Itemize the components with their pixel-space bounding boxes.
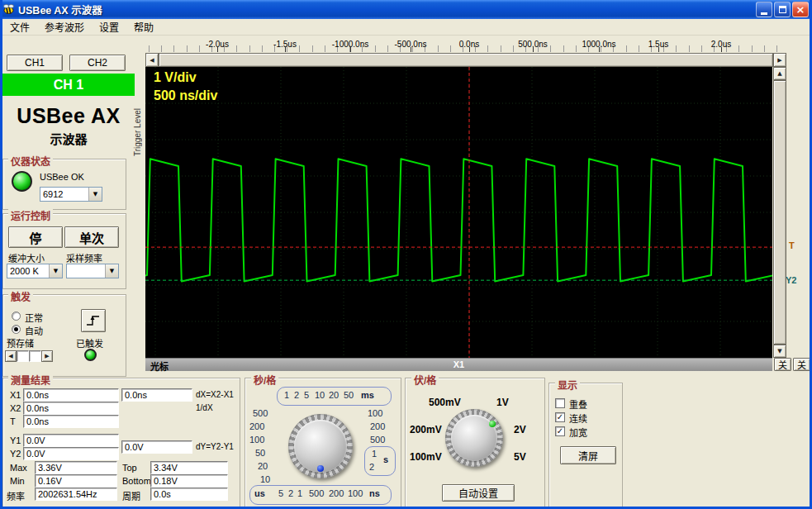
timebase-knob[interactable]	[288, 414, 353, 478]
cursor-x1-label[interactable]: X1	[145, 359, 772, 369]
tick-mark	[411, 47, 411, 52]
inv-dx-label: 1/dX	[196, 403, 213, 412]
timebase-scale-value: 500	[309, 488, 324, 498]
clear-screen-button[interactable]: 清屏	[560, 446, 616, 464]
close-button[interactable]: ×	[792, 2, 809, 17]
menu-bar: 文件 参考波形 设置 帮助	[2, 19, 810, 36]
rising-edge-icon	[85, 313, 102, 328]
t-label: T	[10, 416, 16, 426]
min-label: Min	[10, 476, 25, 486]
menu-reference-waveform[interactable]: 参考波形	[37, 20, 92, 34]
tick-mark	[217, 47, 218, 52]
single-shot-button[interactable]: 单次	[64, 226, 119, 248]
dy-label: dY=Y2-Y1	[196, 442, 234, 451]
close-icon: ×	[796, 4, 805, 15]
frequency-value: 2002631.54Hz	[35, 488, 117, 501]
overlay-label[interactable]: 重叠	[569, 397, 587, 411]
display-group-title: 显示	[555, 378, 580, 392]
trigger-auto-radio[interactable]	[12, 325, 21, 334]
sample-rate-select[interactable]: ▼	[66, 264, 119, 278]
tick-mark	[469, 47, 470, 52]
timebase-scale-value: 2	[369, 462, 374, 472]
volts-knob[interactable]	[445, 409, 503, 467]
stop-button[interactable]: 停	[8, 226, 63, 248]
status-text: USBee OK	[40, 172, 84, 182]
dx-value: 0.0ns	[121, 388, 192, 402]
tick-mark	[533, 47, 534, 52]
buffer-size-label: 缓冲大小	[8, 251, 45, 264]
maximize-button[interactable]	[774, 2, 791, 17]
channel-2-button[interactable]: CH2	[69, 55, 126, 71]
scroll-up-icon[interactable]: ▲	[773, 67, 786, 80]
top-value: 3.34V	[150, 461, 228, 474]
widen-label[interactable]: 加宽	[569, 426, 587, 439]
prestore-scrollbar[interactable]: ◀ ▶	[5, 350, 53, 362]
continuous-checkbox[interactable]: ✓	[555, 412, 565, 422]
sample-rate-label: 采样频率	[66, 251, 102, 264]
horizontal-scrollbar[interactable]: ◀ ▶	[145, 53, 786, 67]
scroll-right-icon[interactable]: ▶	[773, 53, 786, 67]
trigger-level-marker[interactable]: T	[789, 240, 795, 250]
device-select[interactable]: 6912 ▼	[40, 187, 102, 202]
volts-per-div-readout: 1 V/div	[154, 70, 197, 85]
trigger-normal-radio[interactable]	[12, 312, 21, 321]
menu-settings[interactable]: 设置	[92, 20, 126, 34]
trigger-normal-label[interactable]: 正常	[25, 311, 43, 324]
y2-cursor-marker[interactable]: Y2	[786, 275, 796, 285]
timebase-scale-value: 50	[255, 448, 265, 458]
time-per-div-readout: 500 ns/div	[154, 88, 217, 103]
auto-setup-button[interactable]: 自动设置	[442, 484, 515, 502]
max-value: 3.36V	[35, 461, 117, 474]
frequency-label: 频率	[7, 489, 25, 502]
horizontal-scrollbar-thumb[interactable]	[159, 53, 773, 67]
continuous-label[interactable]: 连续	[569, 411, 587, 425]
status-led	[12, 171, 32, 192]
menu-help[interactable]: 帮助	[126, 20, 161, 34]
trigger-group-title: 触发	[8, 289, 33, 303]
timebase-scale-value: 500	[370, 435, 385, 445]
buffer-size-select[interactable]: 2000 K ▼	[7, 264, 63, 278]
waveform-svg	[145, 67, 772, 358]
scale-5v-label: 5V	[514, 451, 526, 463]
timebase-scale-value: 50	[344, 390, 354, 400]
scope-display[interactable]: 1 V/div 500 ns/div	[145, 67, 772, 358]
scale-1v-label: 1V	[496, 397, 509, 408]
cursor-close-left-button[interactable]: 关	[774, 358, 791, 371]
scale-100mv-label: 100mV	[410, 451, 442, 463]
overlay-checkbox[interactable]: ✓	[555, 398, 565, 408]
channel-1-button[interactable]: CH1	[7, 55, 63, 71]
period-label: 周期	[122, 489, 140, 502]
tick-mark	[350, 47, 351, 52]
arrow-right-icon[interactable]: ▶	[41, 350, 53, 362]
x1-value: 0.0ns	[23, 388, 119, 402]
timebase-scale-value: 200	[370, 421, 385, 431]
max-label: Max	[10, 463, 27, 473]
sample-rate-value	[67, 264, 105, 278]
chevron-down-icon[interactable]: ▼	[49, 264, 62, 278]
bottom-label: Bottom	[122, 476, 151, 486]
menu-file[interactable]: 文件	[2, 20, 37, 34]
buffer-size-value: 2000 K	[7, 264, 49, 278]
trigger-level-label: Trigger Level	[133, 74, 144, 190]
status-group-title: 仪器状态	[8, 154, 53, 168]
us-unit-label: us	[254, 488, 265, 498]
scale-2v-label: 2V	[514, 424, 526, 435]
timebase-scale-value: 200	[249, 421, 264, 431]
timebase-scale-value: 20	[258, 461, 268, 471]
vertical-scrollbar-thumb[interactable]	[773, 80, 786, 345]
trigger-edge-button[interactable]	[81, 309, 106, 332]
minimize-button[interactable]	[756, 2, 772, 17]
scroll-left-icon[interactable]: ◀	[145, 53, 159, 67]
dx-label: dX=X2-X1	[196, 390, 234, 399]
arrow-left-icon[interactable]: ◀	[5, 350, 17, 362]
vertical-scrollbar[interactable]: ▲ ▼	[773, 67, 786, 358]
chevron-down-icon[interactable]: ▼	[88, 188, 102, 201]
timebase-scale-value: 20	[329, 390, 339, 400]
widen-checkbox[interactable]: ✓	[555, 426, 565, 436]
bottom-value: 0.18V	[150, 474, 228, 488]
chevron-down-icon[interactable]: ▼	[105, 264, 118, 278]
trigger-auto-label[interactable]: 自动	[25, 324, 43, 337]
volts-indicator-dot	[489, 421, 496, 427]
cursor-close-right-button[interactable]: 关	[793, 358, 810, 371]
scroll-down-icon[interactable]: ▼	[773, 345, 786, 358]
